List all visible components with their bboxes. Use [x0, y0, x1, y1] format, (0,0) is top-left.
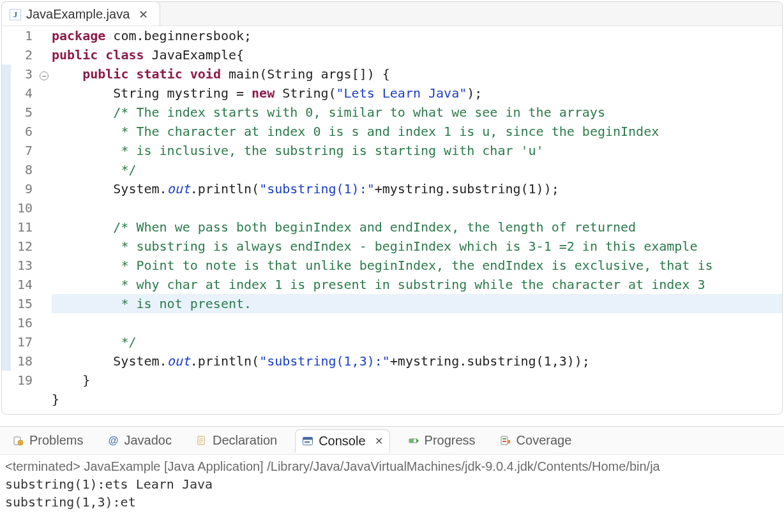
line-number: 6	[12, 122, 33, 141]
source-text[interactable]: package com.beginnersbook; public class …	[52, 26, 782, 409]
line-number: 13	[12, 256, 33, 275]
code-line[interactable]: }	[52, 373, 90, 388]
code-line[interactable]: * why char at index 1 is present in subs…	[52, 277, 713, 292]
svg-rect-11	[502, 441, 506, 442]
svg-rect-6	[305, 441, 310, 443]
javadoc-icon: @	[107, 435, 119, 447]
code-line[interactable]: * substring is always endIndex - beginIn…	[52, 239, 697, 254]
fold-ruler: −	[36, 26, 52, 409]
code-line[interactable]: * is inclusive, the substring is startin…	[52, 143, 544, 158]
tab-coverage[interactable]: Coverage	[494, 429, 578, 452]
line-number: 17	[12, 332, 33, 351]
line-number: 5	[12, 103, 33, 122]
console-line: substring(1):ets Learn Java	[5, 475, 779, 493]
close-icon[interactable]: ✕	[135, 8, 148, 22]
tab-problems[interactable]: ! Problems	[6, 429, 89, 452]
code-line[interactable]: /* When we pass both beginIndex and endI…	[52, 219, 636, 235]
svg-rect-9	[501, 436, 508, 445]
coverage-icon	[500, 435, 511, 447]
code-line[interactable]: /* The index starts with 0, similar to w…	[52, 105, 605, 120]
bottom-panel: ! Problems @ Javadoc Declaration Console…	[0, 426, 784, 516]
tab-javadoc[interactable]: @ Javadoc	[101, 429, 178, 452]
line-number: 11	[12, 218, 33, 237]
console-icon	[302, 436, 313, 447]
tab-progress[interactable]: Progress	[402, 429, 482, 452]
code-line[interactable]: public static void main(String args[]) {	[52, 66, 390, 82]
code-line[interactable]: System.out.println("substring(1):"+mystr…	[52, 181, 559, 196]
close-icon[interactable]: ✕	[371, 435, 383, 447]
line-number: 14	[12, 275, 33, 294]
line-number-gutter: 12345678910111213141516171819	[11, 26, 36, 409]
tab-declaration[interactable]: Declaration	[190, 429, 283, 452]
line-number: 2	[12, 45, 33, 64]
line-number: 4	[12, 84, 33, 103]
line-number: 16	[12, 313, 33, 332]
console-line: substring(1,3):et	[5, 493, 779, 511]
code-line[interactable]: public class JavaExample{	[52, 47, 244, 63]
console-status-line: <terminated> JavaExample [Java Applicati…	[5, 457, 779, 475]
tab-label: Console	[319, 434, 365, 448]
editor-tab[interactable]: J JavaExample.java ✕	[1, 1, 160, 26]
code-line[interactable]: * Point to note is that unlike beginInde…	[52, 258, 721, 273]
problems-icon: !	[13, 435, 24, 447]
marker-ruler	[2, 26, 11, 409]
tab-label: Declaration	[213, 433, 277, 448]
java-file-icon: J	[10, 9, 21, 20]
line-number: 8	[12, 160, 33, 179]
code-line[interactable]: */	[52, 162, 136, 177]
line-number: 10	[12, 198, 33, 218]
line-number: 1	[12, 26, 33, 45]
code-line[interactable]: */	[52, 334, 136, 350]
code-line[interactable]: }	[52, 392, 59, 407]
editor-tab-filename: JavaExample.java	[26, 7, 130, 22]
line-number: 12	[12, 237, 33, 256]
declaration-icon	[196, 435, 207, 447]
tab-label: Progress	[425, 433, 476, 448]
line-number: 9	[12, 179, 33, 198]
editor-panel: J JavaExample.java ✕ 1234567891011121314…	[1, 1, 783, 415]
svg-text:!: !	[20, 441, 21, 445]
line-number: 7	[12, 141, 33, 160]
code-line[interactable]: * is not present.	[52, 294, 782, 313]
code-line[interactable]: System.out.println("substring(1,3):"+mys…	[52, 353, 590, 369]
line-number: 18	[12, 351, 33, 371]
line-number: 15	[12, 294, 33, 313]
svg-rect-5	[303, 437, 313, 440]
tab-console[interactable]: Console ✕	[295, 429, 389, 453]
tab-label: Coverage	[516, 433, 572, 448]
code-line[interactable]: package com.beginnersbook;	[52, 28, 252, 43]
tab-label: Javadoc	[124, 433, 172, 448]
code-line[interactable]: * The character at index 0 is s and inde…	[52, 124, 659, 139]
fold-collapse-icon[interactable]: −	[40, 71, 49, 80]
editor-tab-bar: J JavaExample.java ✕	[2, 2, 782, 26]
tab-label: Problems	[29, 433, 83, 448]
line-number: 19	[12, 371, 33, 390]
bottom-tab-bar: ! Problems @ Javadoc Declaration Console…	[0, 427, 784, 455]
progress-icon	[408, 435, 419, 447]
code-line[interactable]: String mystring = new String("Lets Learn…	[52, 85, 482, 101]
svg-rect-10	[502, 438, 506, 440]
line-number: 3	[12, 64, 33, 84]
svg-rect-8	[409, 439, 414, 443]
code-editor[interactable]: 12345678910111213141516171819 − package …	[2, 26, 782, 414]
console-output[interactable]: <terminated> JavaExample [Java Applicati…	[0, 455, 784, 516]
